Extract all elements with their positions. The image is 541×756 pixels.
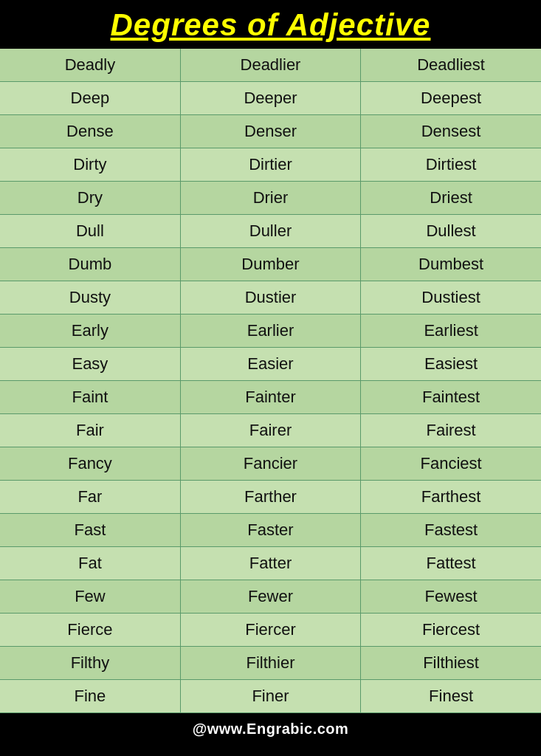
cell-positive: Dumb <box>0 248 180 281</box>
cell-comparative: Fatter <box>180 547 360 580</box>
cell-superlative: Fastest <box>361 514 541 547</box>
cell-superlative: Driest <box>361 182 541 215</box>
cell-comparative: Filthier <box>180 647 360 680</box>
cell-superlative: Fattest <box>361 547 541 580</box>
cell-positive: Fast <box>0 514 180 547</box>
adjectives-table: DeadlyDeadlierDeadliestDeepDeeperDeepest… <box>0 49 541 713</box>
cell-positive: Dry <box>0 182 180 215</box>
table-row: DullDullerDullest <box>0 215 541 248</box>
cell-comparative: Duller <box>180 215 360 248</box>
cell-superlative: Dumbest <box>361 248 541 281</box>
cell-superlative: Dustiest <box>361 281 541 315</box>
cell-positive: Dusty <box>0 281 180 315</box>
table-row: DirtyDirtierDirtiest <box>0 148 541 182</box>
cell-comparative: Dustier <box>180 281 360 315</box>
cell-superlative: Farthest <box>361 481 541 514</box>
cell-comparative: Fairer <box>180 414 360 447</box>
cell-comparative: Dumber <box>180 248 360 281</box>
cell-comparative: Earlier <box>180 315 360 348</box>
cell-superlative: Fiercest <box>361 614 541 647</box>
cell-comparative: Drier <box>180 182 360 215</box>
cell-superlative: Filthiest <box>361 647 541 680</box>
cell-comparative: Deadlier <box>180 49 360 82</box>
table-row: DryDrierDriest <box>0 182 541 215</box>
cell-comparative: Finer <box>180 680 360 713</box>
cell-positive: Dense <box>0 115 180 148</box>
cell-comparative: Fewer <box>180 580 360 614</box>
cell-positive: Fair <box>0 414 180 447</box>
table-row: FineFinerFinest <box>0 680 541 713</box>
page-title: Degrees of Adjective <box>0 7 541 43</box>
footer: @www.Engrabic.com <box>0 713 541 743</box>
cell-positive: Far <box>0 481 180 514</box>
cell-positive: Deadly <box>0 49 180 82</box>
page-title-section: Degrees of Adjective <box>0 0 541 49</box>
table-row: FastFasterFastest <box>0 514 541 547</box>
cell-superlative: Fanciest <box>361 447 541 481</box>
table-row: DeadlyDeadlierDeadliest <box>0 49 541 82</box>
table-wrapper: DeadlyDeadlierDeadliestDeepDeeperDeepest… <box>0 49 541 713</box>
cell-positive: Early <box>0 315 180 348</box>
cell-superlative: Earliest <box>361 315 541 348</box>
cell-superlative: Faintest <box>361 381 541 414</box>
table-row: FierceFiercerFiercest <box>0 614 541 647</box>
cell-positive: Faint <box>0 381 180 414</box>
table-row: EarlyEarlierEarliest <box>0 315 541 348</box>
table-row: EasyEasierEasiest <box>0 348 541 381</box>
table-row: FaintFainterFaintest <box>0 381 541 414</box>
cell-superlative: Deepest <box>361 82 541 115</box>
cell-positive: Dull <box>0 215 180 248</box>
page-container: Degrees of Adjective DeadlyDeadlierDeadl… <box>0 0 541 743</box>
cell-superlative: Densest <box>361 115 541 148</box>
cell-comparative: Fainter <box>180 381 360 414</box>
cell-superlative: Finest <box>361 680 541 713</box>
cell-positive: Easy <box>0 348 180 381</box>
cell-positive: Fat <box>0 547 180 580</box>
table-row: FarFartherFarthest <box>0 481 541 514</box>
table-row: FewFewerFewest <box>0 580 541 614</box>
cell-superlative: Dirtiest <box>361 148 541 182</box>
cell-comparative: Easier <box>180 348 360 381</box>
cell-positive: Fancy <box>0 447 180 481</box>
cell-comparative: Deeper <box>180 82 360 115</box>
cell-comparative: Dirtier <box>180 148 360 182</box>
table-row: DustyDustierDustiest <box>0 281 541 315</box>
cell-comparative: Denser <box>180 115 360 148</box>
cell-superlative: Easiest <box>361 348 541 381</box>
table-row: FilthyFilthierFilthiest <box>0 647 541 680</box>
cell-superlative: Fairest <box>361 414 541 447</box>
table-row: DeepDeeperDeepest <box>0 82 541 115</box>
cell-comparative: Fancier <box>180 447 360 481</box>
cell-positive: Fine <box>0 680 180 713</box>
table-row: DenseDenserDensest <box>0 115 541 148</box>
cell-positive: Fierce <box>0 614 180 647</box>
table-row: FatFatterFattest <box>0 547 541 580</box>
cell-superlative: Fewest <box>361 580 541 614</box>
cell-comparative: Fiercer <box>180 614 360 647</box>
cell-comparative: Faster <box>180 514 360 547</box>
table-row: FancyFancierFanciest <box>0 447 541 481</box>
cell-positive: Filthy <box>0 647 180 680</box>
cell-positive: Dirty <box>0 148 180 182</box>
cell-comparative: Farther <box>180 481 360 514</box>
table-row: FairFairerFairest <box>0 414 541 447</box>
cell-superlative: Deadliest <box>361 49 541 82</box>
cell-positive: Few <box>0 580 180 614</box>
cell-positive: Deep <box>0 82 180 115</box>
cell-superlative: Dullest <box>361 215 541 248</box>
table-row: DumbDumberDumbest <box>0 248 541 281</box>
